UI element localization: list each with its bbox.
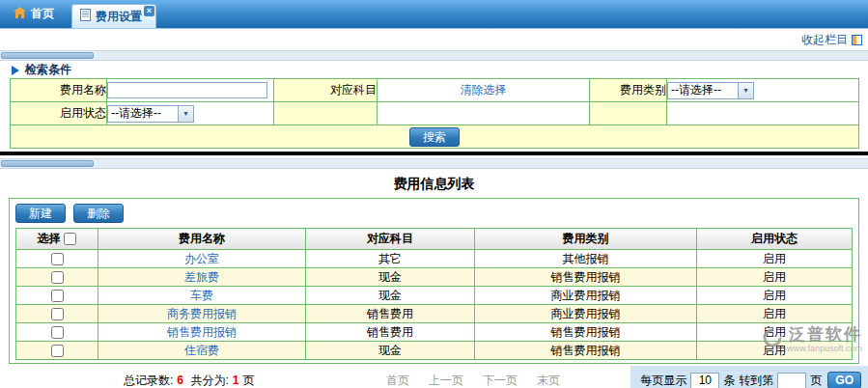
tab-home-label: 首页: [31, 6, 54, 22]
row-select-cell: [16, 268, 98, 287]
subject-value: 销售费用: [306, 305, 475, 323]
category-value: 其他报销: [475, 250, 697, 268]
prev-page-link[interactable]: 上一页: [429, 373, 463, 388]
tab-bar: 首页 费用设置 ×: [0, 0, 868, 29]
new-button[interactable]: 新建: [15, 204, 66, 223]
watermark-url: www.fanpusoft.com: [787, 344, 862, 353]
list-title: 费用信息列表: [0, 176, 868, 193]
scrollbar-thumb[interactable]: [1, 160, 94, 167]
expense-name-link[interactable]: 车费: [98, 287, 306, 305]
total-records-value: 6: [177, 374, 183, 387]
table-row: 商务费用报销 销售费用 商业费用报销 启用: [16, 305, 853, 323]
row-select-checkbox[interactable]: [51, 253, 64, 265]
row-select-cell: [16, 323, 98, 342]
pages-value: 1: [233, 374, 239, 387]
scrollbar-thumb[interactable]: [1, 52, 94, 59]
search-form-row-2: 启用状态 --请选择-- ▼: [11, 102, 859, 125]
search-form-button-row: 搜索: [11, 125, 859, 149]
collapse-columns-link[interactable]: 收起栏目: [801, 32, 848, 48]
per-page-unit: 条: [723, 373, 735, 388]
row-select-checkbox[interactable]: [51, 271, 64, 284]
bottom-bar: 总记录数:6 共分为:1页 首页 上一页 下一页 末页 每页显示 条 转到第 页…: [0, 366, 868, 388]
status-select[interactable]: --请选择-- ▼: [107, 105, 194, 123]
per-page-input[interactable]: [690, 373, 719, 388]
expense-name-link[interactable]: 住宿费: [98, 342, 306, 360]
expense-table: 选择 费用名称 对应科目 费用类别 启用状态 办公室 其它 其他报销 启用 差旅…: [15, 228, 853, 360]
watermark-logo-icon: [762, 327, 783, 351]
next-page-link[interactable]: 下一页: [483, 373, 518, 388]
table-row: 办公室 其它 其他报销 启用: [16, 250, 853, 268]
table-row: 差旅费 现金 销售费用报销 启用: [16, 268, 853, 287]
clear-selection-link[interactable]: 清除选择: [461, 83, 507, 97]
subject-value: 现金: [306, 342, 475, 360]
expense-name-link[interactable]: 办公室: [98, 250, 306, 268]
category-select[interactable]: --请选择-- ▼: [667, 82, 754, 99]
status-value: 启用: [697, 250, 853, 268]
collapse-panel-icon[interactable]: [852, 35, 862, 45]
status-label: 启用状态: [11, 102, 107, 125]
search-button[interactable]: 搜索: [409, 127, 460, 147]
expense-name-link[interactable]: 差旅费: [98, 268, 306, 287]
pager-links: 首页 上一页 下一页 末页: [386, 373, 560, 388]
subject-value: 其它: [306, 250, 475, 268]
go-button[interactable]: GO: [827, 372, 861, 388]
tab-expense-settings-label: 费用设置: [96, 9, 142, 25]
subject-label: 对应科目: [274, 79, 378, 102]
row-select-cell: [16, 287, 98, 305]
category-label: 费用类别: [590, 79, 667, 102]
category-value: 商业费用报销: [475, 305, 697, 323]
dropdown-arrow-icon: ▼: [178, 106, 193, 122]
status-value: 启用: [697, 287, 853, 305]
first-page-link[interactable]: 首页: [386, 373, 409, 388]
table-row: 车费 现金 商业费用报销 启用: [16, 287, 853, 305]
search-section-header: 检索条件: [0, 61, 868, 78]
row-select-checkbox[interactable]: [51, 345, 64, 357]
row-select-checkbox[interactable]: [51, 326, 64, 339]
category-select-value: --请选择--: [671, 82, 721, 98]
category-cell: --请选择-- ▼: [667, 79, 859, 102]
toolbar-row: 收起栏目: [0, 29, 868, 50]
column-status: 启用状态: [697, 229, 853, 250]
column-subject: 对应科目: [306, 229, 475, 250]
column-select: 选择: [16, 229, 98, 250]
document-icon: [80, 9, 91, 24]
expense-name-link[interactable]: 销售费用报销: [98, 323, 306, 342]
row-select-cell: [16, 250, 98, 268]
goto-unit: 页: [810, 373, 822, 388]
expense-name-link[interactable]: 商务费用报销: [98, 305, 306, 323]
empty-cell: [378, 102, 590, 125]
status-value: 启用: [697, 268, 853, 287]
column-select-label: 选择: [38, 232, 61, 245]
goto-page-input[interactable]: [777, 373, 806, 388]
row-select-checkbox[interactable]: [51, 290, 64, 302]
category-value: 销售费用报销: [475, 323, 697, 342]
section-arrow-icon[interactable]: [12, 66, 19, 75]
category-value: 商业费用报销: [475, 287, 697, 305]
select-all-checkbox[interactable]: [64, 233, 76, 245]
empty-cell: [590, 102, 667, 125]
watermark-brand: 泛普软件: [789, 325, 862, 344]
search-form-row-1: 费用名称 对应科目 清除选择 费用类别 --请选择-- ▼: [11, 79, 859, 102]
horizontal-scrollbar-top: [0, 50, 868, 61]
list-button-row: 新建 删除: [15, 204, 853, 223]
expense-name-cell: [107, 79, 274, 102]
row-select-checkbox[interactable]: [51, 308, 64, 320]
pages-label: 共分为:: [190, 374, 228, 387]
column-name: 费用名称: [98, 229, 306, 250]
search-button-cell: 搜索: [11, 125, 859, 149]
expense-name-input[interactable]: [107, 82, 267, 98]
delete-button[interactable]: 删除: [73, 204, 124, 223]
per-page-label: 每页显示: [640, 373, 686, 388]
close-icon[interactable]: ×: [144, 6, 154, 16]
last-page-link[interactable]: 末页: [537, 373, 560, 388]
category-value: 销售费用报销: [475, 342, 697, 360]
column-category: 费用类别: [475, 229, 697, 250]
tab-home[interactable]: 首页: [4, 0, 70, 28]
subject-value: 现金: [306, 268, 475, 287]
subject-value: 销售费用: [306, 323, 475, 342]
total-records-label: 总记录数:: [124, 374, 173, 387]
expense-list-panel: 新建 删除 选择 费用名称 对应科目 费用类别 启用状态 办公室 其它 其他报销…: [9, 198, 859, 364]
search-form-table: 费用名称 对应科目 清除选择 费用类别 --请选择-- ▼ 启用状态 --请选择…: [10, 78, 859, 149]
tab-expense-settings[interactable]: 费用设置 ×: [71, 4, 156, 28]
search-section-title: 检索条件: [25, 62, 71, 78]
